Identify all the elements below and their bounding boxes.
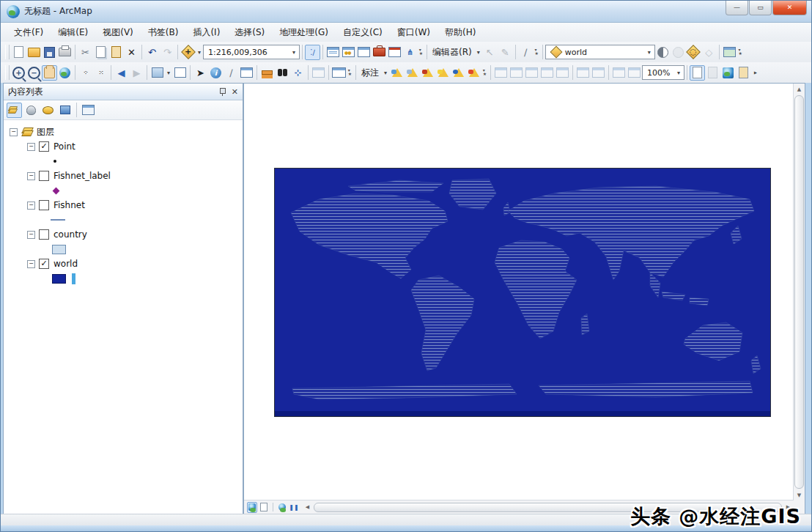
- zoom-out-icon[interactable]: −: [26, 65, 42, 81]
- label-manager-icon[interactable]: [389, 65, 405, 81]
- list-by-drawing-order-icon[interactable]: [7, 103, 22, 118]
- layer-expander-icon[interactable]: [27, 260, 35, 268]
- sketch-tool-icon[interactable]: ∕: [518, 45, 534, 60]
- layout-zoom-combo[interactable]: 100%: [642, 65, 684, 80]
- layer-symbol-world[interactable]: [52, 271, 243, 286]
- clear-selection-icon[interactable]: [172, 65, 188, 81]
- menu-geoprocessing[interactable]: 地理处理(G): [272, 23, 336, 42]
- toc-pin-icon[interactable]: [218, 87, 226, 96]
- menu-customize[interactable]: 自定义(C): [336, 23, 390, 42]
- fixed-layout-zoom-in-icon[interactable]: [611, 65, 627, 81]
- layer-name-country[interactable]: country: [53, 229, 87, 240]
- data-frame[interactable]: [274, 168, 771, 417]
- layer-checkbox-fishnet-label[interactable]: [39, 171, 49, 181]
- add-data-icon[interactable]: +: [180, 45, 196, 60]
- scroll-left-icon[interactable]: ◀: [302, 502, 313, 513]
- overview-window-icon[interactable]: [720, 65, 736, 81]
- toggle-marginalia-icon[interactable]: [555, 65, 570, 81]
- menu-view[interactable]: 视图(V): [95, 23, 141, 42]
- close-button[interactable]: ✕: [772, 1, 807, 15]
- toc-options-icon[interactable]: [81, 103, 96, 118]
- list-by-selection-icon[interactable]: [57, 103, 73, 118]
- layer-checkbox-world[interactable]: ✓: [39, 259, 49, 269]
- layer-symbol-country[interactable]: [52, 242, 243, 256]
- fixed-zoom-out-icon[interactable]: ⁙: [93, 65, 108, 81]
- vertical-scrollbar[interactable]: ▲ ▼: [793, 84, 805, 500]
- layer-checkbox-fishnet[interactable]: [39, 200, 49, 210]
- draft-mode-icon[interactable]: [493, 65, 509, 81]
- maximize-button[interactable]: ▭: [749, 1, 772, 15]
- swipe-layer-icon[interactable]: ◇: [701, 45, 717, 60]
- data-view-icon[interactable]: [247, 502, 257, 513]
- label-weight-icon[interactable]: [420, 65, 435, 81]
- modelbuilder-icon[interactable]: ⋔: [402, 45, 418, 60]
- select-elements-icon[interactable]: ➤: [193, 65, 208, 81]
- vertical-scroll-thumb[interactable]: [794, 95, 804, 489]
- lock-labels-icon[interactable]: [435, 65, 451, 81]
- zoom-100-icon[interactable]: [591, 65, 606, 81]
- magnifier-window-icon[interactable]: [736, 65, 751, 81]
- new-map-icon[interactable]: [11, 45, 26, 60]
- zoom-whole-page-icon[interactable]: [575, 65, 591, 81]
- layer-name-fishnet[interactable]: Fishnet: [53, 200, 85, 210]
- toc-close-icon[interactable]: ✕: [232, 88, 238, 96]
- go-to-xy-icon[interactable]: ⊹: [290, 65, 306, 81]
- measure-icon[interactable]: [259, 65, 275, 81]
- layer-row-fishnet-label[interactable]: Fishnet_label: [27, 169, 243, 183]
- scroll-down-icon[interactable]: ▼: [794, 489, 805, 500]
- scale-dropdown-icon[interactable]: [290, 49, 298, 56]
- layer-name-world[interactable]: world: [53, 259, 78, 269]
- delete-icon[interactable]: ✕: [124, 45, 139, 60]
- map-canvas[interactable]: [244, 84, 794, 500]
- layer-expander-icon[interactable]: [27, 172, 35, 180]
- toolbar-grip[interactable]: [5, 45, 10, 59]
- layer-expander-icon[interactable]: [27, 143, 35, 151]
- arctoolbox-icon[interactable]: [372, 45, 387, 60]
- effects-layer-dropdown-icon[interactable]: [646, 49, 653, 56]
- editor-menu-button[interactable]: 编辑器(R): [429, 46, 475, 59]
- layer-row-point[interactable]: ✓ Point: [27, 139, 243, 154]
- redo-icon[interactable]: ↷: [160, 45, 175, 60]
- pause-drawing-icon[interactable]: ❚❚: [289, 502, 299, 513]
- identify-icon[interactable]: i: [208, 65, 224, 81]
- labeling-dropdown-icon[interactable]: [382, 70, 389, 76]
- cut-icon[interactable]: ✂: [78, 45, 93, 60]
- add-data-dropdown[interactable]: [196, 49, 203, 56]
- data-driven-pages-icon[interactable]: [539, 65, 555, 81]
- effects-toolbar-overflow[interactable]: [737, 48, 744, 56]
- catalog-window-icon[interactable]: [341, 45, 356, 60]
- full-extent-icon[interactable]: [57, 65, 73, 81]
- undo-icon[interactable]: ↶: [144, 45, 160, 60]
- change-layout-icon[interactable]: [524, 65, 539, 81]
- layer-checkbox-point[interactable]: ✓: [39, 141, 49, 152]
- create-viewer-window-icon[interactable]: [331, 65, 347, 81]
- forward-extent-icon[interactable]: ▶: [129, 65, 144, 81]
- select-features-icon[interactable]: [150, 65, 165, 81]
- tools-toolbar-grip[interactable]: [5, 65, 10, 80]
- menu-bookmarks[interactable]: 书签(B): [141, 23, 186, 42]
- labeling-menu-button[interactable]: 标注: [358, 67, 382, 79]
- effects-layer-combo[interactable]: world: [545, 45, 655, 59]
- toolbar-more-icon[interactable]: [752, 69, 759, 76]
- zoom-in-icon[interactable]: +: [11, 65, 26, 81]
- toggle-page-icon[interactable]: [705, 65, 720, 81]
- print-icon[interactable]: [57, 45, 73, 60]
- editor-toolbar-overflow[interactable]: [534, 48, 540, 56]
- layout-view-icon[interactable]: [259, 502, 269, 513]
- hyperlink-icon[interactable]: ∕: [224, 65, 239, 81]
- back-extent-icon[interactable]: ◀: [114, 65, 129, 81]
- snapping-icon[interactable]: ⁚∕: [305, 45, 320, 60]
- fixed-layout-zoom-out-icon[interactable]: [627, 65, 642, 81]
- tools-toolbar-overflow[interactable]: [347, 69, 353, 76]
- pause-labeling-icon[interactable]: [451, 65, 466, 81]
- transparency-icon[interactable]: ◌: [686, 45, 701, 60]
- paste-icon[interactable]: [108, 45, 124, 60]
- map-scale-combo[interactable]: 1:216,009,306: [203, 45, 300, 59]
- layer-checkbox-country[interactable]: [39, 229, 49, 240]
- layer-group-row[interactable]: 图层: [10, 125, 243, 139]
- save-icon[interactable]: [42, 45, 57, 60]
- layer-symbol-fishnet[interactable]: [51, 213, 243, 227]
- layer-symbol-point[interactable]: [53, 154, 243, 169]
- labeling-toolbar-overflow[interactable]: [481, 69, 488, 76]
- focus-dataframe-icon[interactable]: [509, 65, 524, 81]
